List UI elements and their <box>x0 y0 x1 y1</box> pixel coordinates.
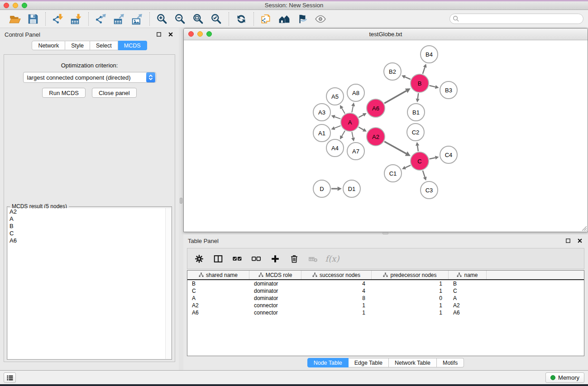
cell-successor-nodes[interactable]: 1 <box>301 302 372 309</box>
edge-A6-B[interactable] <box>384 91 406 103</box>
float-panel-button[interactable] <box>155 31 163 38</box>
tab-network[interactable]: Network <box>32 41 65 50</box>
edge-A-A7[interactable] <box>352 132 353 138</box>
resize-grip-icon[interactable] <box>581 225 587 231</box>
import-network-button[interactable] <box>50 12 66 26</box>
close-panel-action-button[interactable]: Close panel <box>92 88 137 98</box>
edge-A-A2[interactable] <box>359 127 363 130</box>
tab-node-table[interactable]: Node Table <box>307 358 349 367</box>
edge-A-A5[interactable] <box>342 108 345 114</box>
edge-C-C4[interactable] <box>429 157 435 159</box>
cell-shared-name[interactable]: A6 <box>187 309 249 316</box>
cell-MCDS-role[interactable]: dominator <box>249 295 301 302</box>
edge-B-B3[interactable] <box>429 86 435 87</box>
eye-button[interactable] <box>313 12 328 26</box>
tab-select[interactable]: Select <box>90 41 118 50</box>
export-image-button[interactable] <box>129 12 145 26</box>
zoom-out-button[interactable] <box>172 12 188 26</box>
cell-predecessor-nodes[interactable]: 1 <box>372 302 449 309</box>
table-close-button[interactable] <box>576 237 583 244</box>
edge-B-B2[interactable] <box>405 77 411 79</box>
tab-motifs[interactable]: Motifs <box>437 358 464 367</box>
zoom-fit-button[interactable] <box>191 12 206 26</box>
column-header-name[interactable]: name <box>449 271 487 279</box>
cell-MCDS-role[interactable]: dominator <box>249 280 301 287</box>
edge-A-A4[interactable] <box>342 131 345 136</box>
zoom-in-button[interactable] <box>154 12 170 26</box>
tab-network-table[interactable]: Network Table <box>389 358 437 367</box>
cell-name[interactable]: A <box>449 295 487 302</box>
table-row[interactable]: A2connector11A2 <box>187 302 584 309</box>
result-item[interactable]: B <box>8 223 171 230</box>
save-session-button[interactable] <box>25 12 41 26</box>
add-row-button[interactable] <box>268 252 282 266</box>
edge-A-A8[interactable] <box>352 106 353 112</box>
search-input[interactable] <box>449 14 583 24</box>
result-item[interactable]: A <box>8 215 171 223</box>
cell-MCDS-role[interactable]: connector <box>249 309 301 316</box>
table-row[interactable]: A6connector11A6 <box>187 309 584 316</box>
edge-C-C3[interactable] <box>423 171 425 177</box>
cell-name[interactable]: A2 <box>449 302 487 309</box>
tab-mcds[interactable]: MCDS <box>118 41 147 50</box>
result-item[interactable]: A6 <box>8 237 171 244</box>
task-history-button[interactable] <box>4 372 16 383</box>
export-network-button[interactable] <box>93 12 109 26</box>
network-canvas[interactable]: AA1A2A3A4A5A6A7A8BB1B2B3B4CC1C2C3C4DD1 <box>184 40 588 232</box>
network-window-titlebar[interactable]: testGlobe.txt <box>184 29 588 40</box>
cell-shared-name[interactable]: A2 <box>187 302 249 309</box>
result-item[interactable]: C <box>8 230 171 237</box>
column-header-successor-nodes[interactable]: successor nodes <box>301 271 372 279</box>
cell-name[interactable]: C <box>449 287 487 295</box>
table-row[interactable]: Bdominator41B <box>187 280 584 287</box>
import-table-button[interactable] <box>68 12 84 26</box>
deselect-all-button[interactable] <box>249 252 263 266</box>
cell-shared-name[interactable]: C <box>187 287 249 295</box>
edge-A-A6[interactable] <box>359 115 363 118</box>
cell-shared-name[interactable]: A <box>187 295 249 302</box>
tab-style[interactable]: Style <box>65 41 90 50</box>
column-header-shared-name[interactable]: shared name <box>187 271 249 279</box>
open-session-button[interactable] <box>7 12 23 26</box>
cell-predecessor-nodes[interactable]: 1 <box>372 287 449 295</box>
delete-row-button[interactable] <box>287 252 301 266</box>
column-header-predecessor-nodes[interactable]: predecessor nodes <box>372 271 449 279</box>
table-row[interactable]: Cdominator41C <box>187 287 584 295</box>
optimization-criterion-select[interactable]: largest connected component (directed) <box>23 72 156 83</box>
zoom-selected-button[interactable] <box>209 12 224 26</box>
result-scrollbar[interactable] <box>165 208 171 359</box>
edge-C-C2[interactable] <box>417 146 418 152</box>
cell-predecessor-nodes[interactable]: 0 <box>372 295 449 302</box>
result-item[interactable]: A2 <box>8 208 171 215</box>
cell-successor-nodes[interactable]: 1 <box>301 309 372 316</box>
columns-button[interactable] <box>211 252 225 266</box>
edge-A-A1[interactable] <box>335 126 341 128</box>
tab-edge-table[interactable]: Edge Table <box>349 358 389 367</box>
table-float-button[interactable] <box>564 237 572 244</box>
home-button[interactable] <box>277 12 292 26</box>
close-panel-button[interactable] <box>167 31 174 38</box>
settings-button[interactable] <box>192 252 206 266</box>
column-header-MCDS-role[interactable]: MCDS role <box>249 271 301 279</box>
cell-predecessor-nodes[interactable]: 1 <box>372 280 449 287</box>
refresh-button[interactable] <box>234 12 249 26</box>
edge-B-B4[interactable] <box>423 67 425 74</box>
cell-successor-nodes[interactable]: 4 <box>301 287 372 295</box>
panel-splitter[interactable] <box>179 28 183 370</box>
edge-B-B1[interactable] <box>418 93 419 99</box>
edge-A-A3[interactable] <box>335 117 340 119</box>
flag-button[interactable] <box>295 12 310 26</box>
cell-name[interactable]: A6 <box>449 309 487 316</box>
cell-MCDS-role[interactable]: connector <box>249 302 301 309</box>
cell-name[interactable]: B <box>449 280 487 287</box>
memory-button[interactable]: Memory <box>545 372 584 383</box>
cell-successor-nodes[interactable]: 4 <box>301 280 372 287</box>
cell-predecessor-nodes[interactable]: 1 <box>372 309 449 316</box>
edge-A2-C[interactable] <box>384 142 406 154</box>
select-all-button[interactable] <box>230 252 244 266</box>
export-table-button[interactable] <box>111 12 127 26</box>
table-row[interactable]: Adominator80A <box>187 295 584 302</box>
splitter-grip[interactable] <box>180 198 182 204</box>
cell-successor-nodes[interactable]: 8 <box>301 295 372 302</box>
duplicate-network-button[interactable] <box>258 12 274 26</box>
